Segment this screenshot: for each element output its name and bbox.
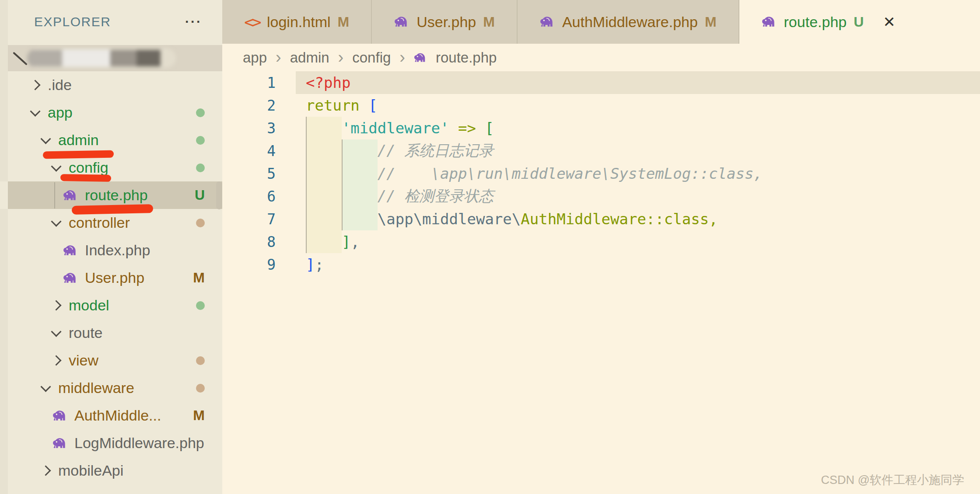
breadcrumb: app›admin›config›route.php [243, 44, 497, 71]
watermark: CSDN @软件工程小施同学 [821, 472, 964, 488]
line-number: 8 [222, 233, 288, 250]
php-elephant-icon [394, 14, 410, 30]
tree-item-label: route.php [85, 187, 148, 204]
line-number: 6 [222, 188, 288, 205]
breadcrumb-item-admin[interactable]: admin [290, 49, 329, 66]
php-elephant-icon [63, 271, 78, 285]
line-number: 7 [222, 211, 288, 228]
tree-item-badge [196, 301, 205, 310]
editor-pane: app›admin›config›route.php 1 <?php 2 ret… [222, 44, 980, 494]
tree-indent-guide [54, 182, 55, 209]
workspace-header[interactable] [8, 45, 222, 71]
chevron-icon[interactable] [40, 134, 51, 144]
tree-item-badge [196, 136, 205, 145]
code-line: 8 ], [222, 230, 980, 253]
tree-item-label: app [48, 104, 73, 121]
breadcrumb-item-route-php[interactable]: route.php [436, 49, 497, 66]
line-content: <?php [306, 74, 350, 91]
tab-label: login.html [267, 14, 331, 31]
git-status-dot [196, 301, 205, 310]
tree-item--ide[interactable]: .ide [0, 71, 222, 99]
tab-authmiddleware-php[interactable]: AuthMiddleware.php M [518, 0, 739, 44]
code-line: 1 <?php [222, 71, 980, 94]
tree-item-app[interactable]: app [0, 99, 222, 126]
git-status-letter: M [193, 407, 205, 424]
tree-item-label: mobileApi [58, 462, 123, 479]
code-line: 9 ]; [222, 253, 980, 276]
more-actions-icon[interactable]: ··· [185, 14, 202, 29]
explorer-sidebar: EXPLORER ··· .ide app admin config rout [0, 0, 222, 494]
tree-item-config[interactable]: config [0, 154, 222, 181]
chevron-icon[interactable] [51, 216, 61, 227]
tree-item-badge [196, 384, 205, 393]
breadcrumb-item-config[interactable]: config [352, 49, 391, 66]
git-status-letter: U [195, 187, 205, 203]
tree-item-logmiddleware-php[interactable]: LogMiddleware.php [0, 429, 222, 457]
tree-item-label: Index.php [85, 242, 150, 259]
line-content: \app\middleware\AuthMiddleware::class, [306, 210, 718, 228]
tree-item-badge: U [195, 187, 205, 203]
tree-item-label: middleware [58, 379, 134, 397]
chevron-icon[interactable] [40, 382, 51, 392]
git-status-dot [196, 384, 205, 393]
git-status-dot [196, 108, 205, 117]
chevron-icon[interactable] [51, 161, 61, 172]
sidebar-scrollbar[interactable] [216, 181, 222, 209]
chevron-icon[interactable] [51, 355, 61, 365]
php-elephant-icon [63, 243, 78, 258]
html-code-icon: <> [244, 14, 260, 30]
tree-item-index-php[interactable]: Index.php [0, 237, 222, 264]
tab-login-html[interactable]: <> login.html M [222, 0, 372, 44]
chevron-icon[interactable] [30, 80, 40, 90]
tab-git-badge: U [854, 14, 864, 30]
tree-item-authmiddle-[interactable]: AuthMiddle... M [0, 402, 222, 429]
close-tab-icon[interactable]: ✕ [883, 13, 896, 31]
code-editor[interactable]: 1 <?php 2 return [ 3 'middleware' => [ 4… [222, 71, 980, 494]
line-number: 2 [222, 97, 288, 114]
tab-route-php[interactable]: route.php U ✕ [739, 0, 980, 44]
line-content: // 系统日志记录 [306, 141, 494, 161]
chevron-icon[interactable] [51, 327, 61, 337]
code-line: 3 'middleware' => [ [222, 117, 980, 139]
tree-item-badge: M [193, 270, 205, 286]
breadcrumb-separator-icon: › [399, 48, 405, 67]
php-elephant-icon [539, 14, 555, 30]
tab-label: route.php [784, 14, 847, 31]
line-content: return [ [306, 97, 378, 114]
breadcrumb-separator-icon: › [276, 48, 281, 67]
tree-item-label: LogMiddleware.php [74, 435, 204, 452]
tree-item-route[interactable]: route [0, 319, 222, 347]
line-number: 1 [222, 74, 288, 91]
php-elephant-icon [414, 51, 427, 64]
editor-tab-bar: <> login.html M User.php M AuthMiddlewar… [222, 0, 980, 44]
breadcrumb-item-app[interactable]: app [243, 49, 267, 66]
git-status-dot [196, 219, 205, 227]
explorer-title: EXPLORER [34, 14, 111, 29]
line-number: 3 [222, 120, 288, 137]
tab-git-badge: M [338, 14, 350, 30]
chevron-icon[interactable] [30, 106, 40, 117]
php-elephant-icon [52, 408, 67, 423]
explorer-header: EXPLORER ··· [0, 0, 222, 44]
tree-item-admin[interactable]: admin [0, 126, 222, 154]
code-line: 2 return [ [222, 94, 980, 117]
tree-item-view[interactable]: view [0, 347, 222, 374]
tree-item-badge [196, 356, 205, 365]
chevron-icon[interactable] [40, 465, 51, 476]
chevron-icon[interactable] [51, 300, 61, 310]
tree-item-user-php[interactable]: User.php M [0, 264, 222, 292]
line-content: // 检测登录状态 [306, 186, 494, 206]
line-number: 5 [222, 165, 288, 182]
line-content: ]; [306, 256, 324, 273]
tab-user-php[interactable]: User.php M [372, 0, 518, 44]
workspace-name-redacted [27, 49, 176, 68]
tree-item-model[interactable]: model [0, 292, 222, 319]
tree-item-badge [196, 164, 205, 172]
tree-item-middleware[interactable]: middleware [0, 374, 222, 402]
php-elephant-icon [52, 436, 67, 451]
tree-item-mobileapi[interactable]: mobileApi [0, 457, 222, 484]
tab-git-badge: M [483, 14, 495, 30]
tree-item-label: model [69, 297, 109, 314]
line-content: 'middleware' => [ [306, 119, 494, 137]
tree-item-label: view [69, 352, 98, 369]
